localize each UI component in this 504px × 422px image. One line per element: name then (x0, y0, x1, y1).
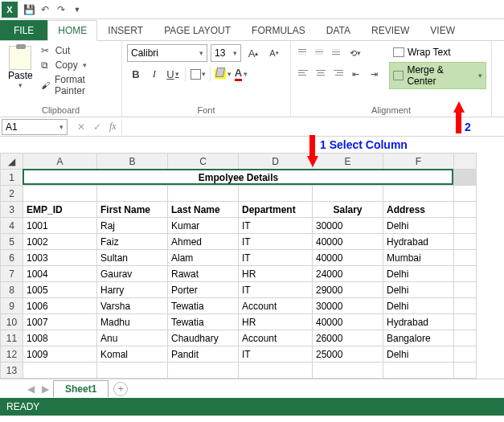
tab-view[interactable]: VIEW (420, 20, 465, 40)
tab-insert[interactable]: INSERT (97, 20, 154, 40)
group-label-alignment: Alignment (296, 104, 486, 115)
row-header[interactable]: 2 (1, 186, 23, 202)
group-label-font: Font (127, 104, 285, 115)
align-right-button[interactable] (330, 65, 346, 80)
increase-font-button[interactable]: A▴ (244, 44, 262, 62)
copy-button[interactable]: Copy▾ (39, 59, 117, 72)
table-row[interactable]: 1 Empolyee Details (1, 170, 477, 186)
sheet-tab[interactable]: Sheet1 (53, 380, 109, 397)
format-painter-button[interactable]: Format Painter (39, 73, 117, 97)
table-row[interactable]: 81005HarryPorterIT29000Delhi (1, 282, 477, 298)
cut-icon (41, 45, 52, 56)
table-row[interactable]: 111008AnuChaudharyAccount26000Bangalore (1, 330, 477, 346)
cancel-icon[interactable]: ✕ (74, 120, 88, 134)
font-color-icon: A (235, 67, 242, 81)
group-label-clipboard: Clipboard (5, 104, 117, 115)
paste-icon (9, 46, 31, 70)
formula-bar[interactable] (121, 119, 504, 135)
status-text: READY (6, 401, 39, 412)
align-top-button[interactable] (296, 44, 312, 59)
undo-icon[interactable]: ↶ (37, 2, 53, 18)
border-button[interactable]: ▾ (189, 65, 207, 83)
row-header[interactable]: 1 (1, 170, 23, 186)
paste-button[interactable]: Paste ▾ (5, 44, 36, 97)
row-header[interactable]: 4 (1, 218, 23, 234)
col-header-extra[interactable] (454, 154, 477, 170)
paste-label: Paste (8, 70, 33, 81)
name-box[interactable]: A1▾ (2, 119, 68, 135)
table-row[interactable]: 3 EMP_IDFirst NameLast NameDepartmentSal… (1, 202, 477, 218)
decrease-indent-button[interactable]: ⇤ (346, 65, 364, 83)
tab-formulas[interactable]: FORMULAS (241, 20, 316, 40)
col-header-A[interactable]: A (23, 154, 97, 170)
row-header[interactable]: 11 (1, 330, 23, 346)
spreadsheet-grid[interactable]: ◢ A B C D E F 1 Empolyee Details 2 3 EMP… (0, 153, 477, 379)
table-row[interactable]: 121009KomalPanditIT25000Delhi (1, 346, 477, 363)
italic-button[interactable]: I (145, 65, 163, 83)
excel-icon: X (2, 2, 18, 18)
orientation-button[interactable]: ⟲▾ (346, 44, 364, 62)
copy-icon (41, 59, 52, 71)
row-header[interactable]: 13 (1, 363, 23, 379)
row-header[interactable]: 3 (1, 202, 23, 218)
sheet-nav-prev[interactable]: ◀ (24, 383, 37, 395)
merge-center-button[interactable]: Merge & Center▾ (389, 62, 486, 89)
enter-icon[interactable]: ✓ (90, 120, 104, 134)
tab-page-layout[interactable]: PAGE LAYOUT (154, 20, 241, 40)
font-name-combo[interactable]: Calibri▾ (127, 44, 207, 62)
redo-icon[interactable]: ↷ (53, 2, 69, 18)
tab-home[interactable]: HOME (47, 20, 97, 41)
col-header-F[interactable]: F (383, 154, 454, 170)
increase-indent-button[interactable]: ⇥ (365, 65, 383, 83)
save-icon[interactable]: 💾 (21, 2, 37, 18)
col-header-E[interactable]: E (313, 154, 383, 170)
add-sheet-button[interactable]: + (113, 382, 128, 396)
row-header[interactable]: 9 (1, 298, 23, 314)
underline-button[interactable]: U▾ (164, 65, 182, 83)
align-center-button[interactable] (313, 65, 329, 80)
qat-customize-icon[interactable]: ▼ (69, 2, 85, 18)
sheet-nav-next[interactable]: ▶ (39, 383, 51, 395)
table-row[interactable]: 71004GauravRawatHR24000Delhi (1, 266, 477, 282)
decrease-font-button[interactable]: A▾ (265, 44, 283, 62)
font-color-button[interactable]: A▾ (232, 65, 250, 83)
col-header-B[interactable]: B (97, 154, 168, 170)
align-middle-button[interactable] (313, 44, 329, 59)
select-all-corner[interactable]: ◢ (1, 154, 23, 170)
table-row[interactable]: 51002FaizAhmedIT40000Hydrabad (1, 234, 477, 250)
align-bottom-button[interactable] (330, 44, 346, 59)
table-row[interactable]: 91006VarshaTewatiaAccount30000Delhi (1, 298, 477, 314)
border-icon (191, 69, 201, 80)
format-painter-icon (41, 80, 51, 91)
fill-color-icon (215, 69, 226, 79)
align-left-button[interactable] (296, 65, 312, 80)
row-header[interactable]: 12 (1, 346, 23, 363)
annotation-select-column: 1 Select Column (320, 138, 408, 151)
font-size-combo[interactable]: 13▾ (211, 44, 241, 62)
wrap-text-button[interactable]: Wrap Text (389, 44, 486, 60)
merged-title-cell[interactable]: Empolyee Details (23, 170, 454, 186)
fx-icon[interactable]: fx (109, 121, 117, 133)
col-header-C[interactable]: C (168, 154, 239, 170)
row-header[interactable]: 6 (1, 250, 23, 266)
row-header[interactable]: 7 (1, 266, 23, 282)
row-header[interactable]: 10 (1, 314, 23, 330)
tab-review[interactable]: REVIEW (361, 20, 420, 40)
tab-data[interactable]: DATA (316, 20, 361, 40)
merge-center-icon (393, 71, 404, 80)
fill-color-button[interactable]: ▾ (214, 65, 232, 83)
table-row[interactable]: 101007MadhuTewatiaHR40000Hydrabad (1, 314, 477, 330)
col-header-D[interactable]: D (239, 154, 313, 170)
row-header[interactable]: 5 (1, 234, 23, 250)
table-row[interactable]: 2 (1, 186, 477, 202)
table-row[interactable]: 61003SultanAlamIT40000Mumbai (1, 250, 477, 266)
bold-button[interactable]: B (127, 65, 145, 83)
cut-button[interactable]: Cut (39, 44, 117, 57)
tab-file[interactable]: FILE (0, 20, 47, 40)
wrap-text-icon (393, 47, 404, 57)
table-row[interactable]: 13 (1, 363, 477, 379)
row-header[interactable]: 8 (1, 282, 23, 298)
table-row[interactable]: 41001RajKumarIT30000Delhi (1, 218, 477, 234)
